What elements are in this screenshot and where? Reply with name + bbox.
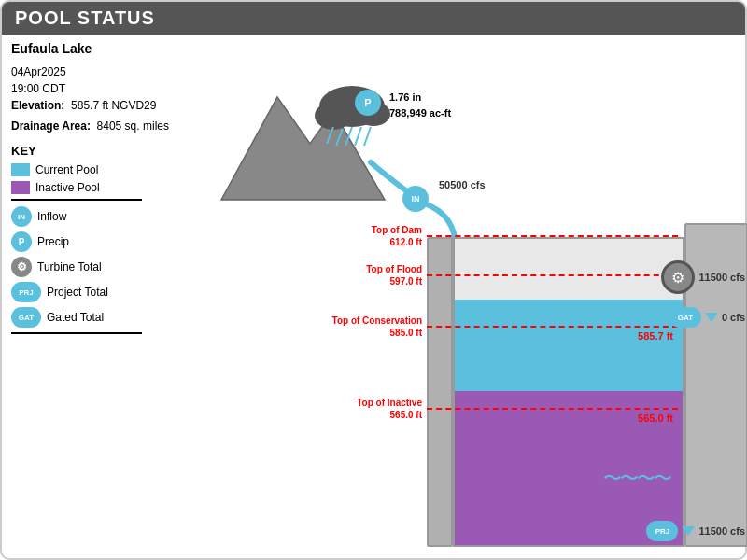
key-title: KEY [11,144,189,158]
key-item-turbine: ⚙ Turbine Total [11,257,189,277]
gat-down-arrow [705,313,718,322]
drainage-block: Drainage Area: 8405 sq. miles [11,118,189,134]
reservoir [453,237,684,547]
elevation-label: Elevation: [11,99,64,112]
prj-down-arrow [682,526,695,536]
top-dam-label: Top of Dam612.0 ft [249,224,422,248]
project-value: 11500 cfs [698,525,745,537]
left-panel: Eufaula Lake 04Apr2025 19:00 CDT Elevati… [11,41,189,340]
current-pool-swatch [11,163,30,176]
prj-arrow [682,526,695,536]
active-pool-water [455,300,683,391]
precip-line2: 788,949 ac-ft [389,105,451,121]
gated-indicator: GAT 0 cfs [669,307,745,328]
gat-badge: GAT [669,307,701,328]
key-divider-1 [11,199,142,201]
date: 04Apr2025 [11,63,189,80]
gated-badge-key: GAT [11,307,41,328]
lake-name: Eufaula Lake [11,41,189,56]
key-item-current-pool: Current Pool [11,163,189,176]
key-section: KEY Current Pool Inactive Pool IN Inflow… [11,144,189,334]
in-badge: IN [402,186,429,212]
inflow-badge-diagram: IN [402,186,429,212]
drainage-value: 8405 sq. miles [97,119,169,133]
prj-badge: PRJ [646,521,678,541]
current-pool-label: Current Pool [35,163,98,176]
cloud-left [315,102,352,130]
project-key-label: Project Total [47,286,108,299]
line-top-dam: Top of Dam612.0 ft [427,235,678,237]
key-item-inflow: IN Inflow [11,206,189,227]
turbine-indicator: ⚙ 11500 cfs [661,260,745,294]
elevation-line: Elevation: 585.7 ft NGVD29 [11,97,189,114]
project-indicator: PRJ 11500 cfs [646,521,745,541]
title-text: POOL STATUS [15,7,155,28]
turbine-key-label: Turbine Total [37,260,102,273]
date-time-block: 04Apr2025 19:00 CDT Elevation: 585.7 ft … [11,63,189,114]
turbine-value: 11500 cfs [698,272,745,283]
top-conservation-label: Top of Conservation585.0 ft [249,315,422,339]
line-top-conservation: Top of Conservation585.0 ft 585.7 ft [427,326,678,328]
drainage-label: Drainage Area: [11,119,91,133]
turbine-badge-key: ⚙ [11,257,32,277]
project-badge-key: PRJ [11,282,41,302]
inflow-badge: IN [11,206,32,227]
line-top-flood: Top of Flood597.0 ft [427,274,678,276]
precip-info: 1.76 in 788,949 ac-ft [389,90,451,120]
inactive-pool-label: Inactive Pool [35,181,100,194]
precip-badge-key: P [11,231,32,252]
dam-wall-left [427,237,453,547]
precip-badge-diagram: P [355,90,381,116]
svg-line-4 [364,127,371,146]
diagram-area: P 1.76 in 788,949 ac-ft IN 50500 cfs Top… [189,41,745,558]
gat-arrow [705,313,718,322]
main-container: POOL STATUS Eufaula Lake 04Apr2025 19:00… [0,0,747,560]
svg-line-1 [336,129,343,146]
gated-key-label: Gated Total [47,311,104,324]
key-item-inactive-pool: Inactive Pool [11,181,189,194]
precip-line1: 1.76 in [389,90,451,105]
page-title: POOL STATUS [2,2,745,35]
key-item-gated: GAT Gated Total [11,307,189,328]
svg-line-2 [345,127,352,146]
precip-key-label: Precip [37,235,69,248]
inactive-pool-swatch [11,181,30,194]
p-badge: P [355,90,381,116]
pool-elevation-value: 585.7 ft [638,330,673,342]
top-inactive-label: Top of Inactive565.0 ft [249,397,422,421]
inflow-key-label: Inflow [37,210,66,223]
line-top-inactive: Top of Inactive565.0 ft 565.0 ft [427,408,678,410]
elevation-value: 585.7 ft NGVD29 [71,99,156,112]
inflow-value: 50500 cfs [439,179,486,190]
time: 19:00 CDT [11,80,189,97]
gated-value: 0 cfs [722,312,745,323]
key-divider-2 [11,332,142,334]
top-flood-label: Top of Flood597.0 ft [249,263,422,287]
inactive-elevation-value: 565.0 ft [638,413,673,424]
wave-area: 〜〜〜〜 [603,466,670,491]
key-item-precip: P Precip [11,231,189,252]
key-item-project: PRJ Project Total [11,282,189,302]
svg-line-0 [327,127,333,144]
turbine-icon: ⚙ [661,260,695,294]
svg-line-3 [355,127,361,146]
